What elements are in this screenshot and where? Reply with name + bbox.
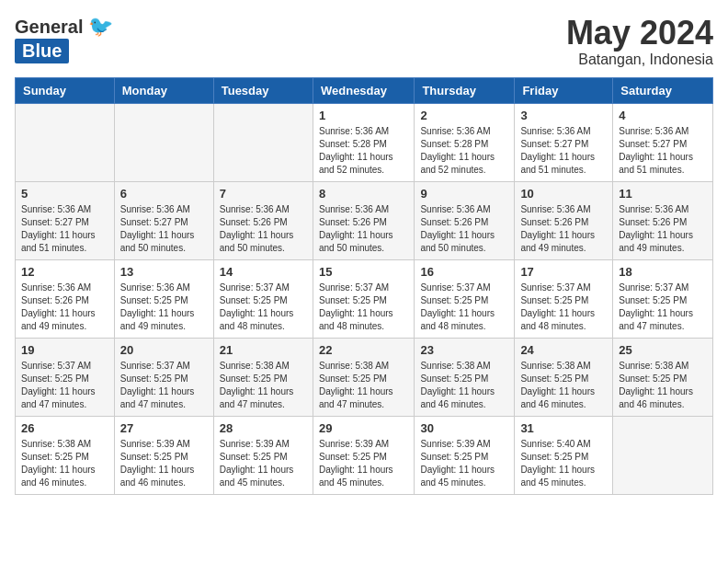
title-block: May 2024 Batangan, Indonesia xyxy=(566,15,713,68)
day-number: 12 xyxy=(21,265,108,279)
day-info: Sunrise: 5:38 AM Sunset: 5:25 PM Dayligh… xyxy=(21,438,108,489)
calendar-cell: 12Sunrise: 5:36 AM Sunset: 5:26 PM Dayli… xyxy=(16,259,115,338)
day-header: Sunday xyxy=(16,77,115,103)
day-info: Sunrise: 5:36 AM Sunset: 5:28 PM Dayligh… xyxy=(319,125,408,177)
calendar-week-row: 5Sunrise: 5:36 AM Sunset: 5:27 PM Daylig… xyxy=(16,181,713,259)
day-number: 18 xyxy=(619,265,707,279)
day-info: Sunrise: 5:39 AM Sunset: 5:25 PM Dayligh… xyxy=(420,438,508,489)
calendar-cell: 19Sunrise: 5:37 AM Sunset: 5:25 PM Dayli… xyxy=(16,338,115,416)
day-number: 20 xyxy=(120,343,208,357)
calendar-table: SundayMondayTuesdayWednesdayThursdayFrid… xyxy=(15,77,713,495)
day-number: 7 xyxy=(220,187,307,201)
calendar-week-row: 26Sunrise: 5:38 AM Sunset: 5:25 PM Dayli… xyxy=(16,416,713,494)
calendar-week-row: 19Sunrise: 5:37 AM Sunset: 5:25 PM Dayli… xyxy=(16,338,713,416)
day-info: Sunrise: 5:36 AM Sunset: 5:27 PM Dayligh… xyxy=(520,125,607,177)
day-info: Sunrise: 5:36 AM Sunset: 5:27 PM Dayligh… xyxy=(619,125,707,177)
day-info: Sunrise: 5:37 AM Sunset: 5:25 PM Dayligh… xyxy=(420,282,508,333)
day-info: Sunrise: 5:36 AM Sunset: 5:26 PM Dayligh… xyxy=(21,282,108,333)
day-info: Sunrise: 5:37 AM Sunset: 5:25 PM Dayligh… xyxy=(220,282,307,333)
day-number: 14 xyxy=(220,265,307,279)
day-info: Sunrise: 5:37 AM Sunset: 5:25 PM Dayligh… xyxy=(520,282,607,333)
day-info: Sunrise: 5:36 AM Sunset: 5:26 PM Dayligh… xyxy=(619,203,707,255)
day-header: Thursday xyxy=(415,77,515,103)
calendar-cell: 5Sunrise: 5:36 AM Sunset: 5:27 PM Daylig… xyxy=(16,181,115,259)
calendar-cell: 4Sunrise: 5:36 AM Sunset: 5:27 PM Daylig… xyxy=(613,103,713,181)
day-number: 4 xyxy=(619,109,707,122)
day-number: 5 xyxy=(21,187,108,201)
calendar-cell: 17Sunrise: 5:37 AM Sunset: 5:25 PM Dayli… xyxy=(515,259,613,338)
day-number: 11 xyxy=(619,187,707,201)
day-number: 16 xyxy=(420,265,508,279)
calendar-cell: 22Sunrise: 5:38 AM Sunset: 5:25 PM Dayli… xyxy=(313,338,414,416)
calendar-cell xyxy=(114,103,213,181)
calendar-week-row: 12Sunrise: 5:36 AM Sunset: 5:26 PM Dayli… xyxy=(16,259,713,338)
day-number: 10 xyxy=(520,187,607,201)
day-info: Sunrise: 5:40 AM Sunset: 5:25 PM Dayligh… xyxy=(520,438,607,489)
calendar-cell: 25Sunrise: 5:38 AM Sunset: 5:25 PM Dayli… xyxy=(613,338,713,416)
day-info: Sunrise: 5:38 AM Sunset: 5:25 PM Dayligh… xyxy=(520,360,607,411)
subtitle: Batangan, Indonesia xyxy=(566,52,713,68)
day-number: 19 xyxy=(21,343,108,357)
day-number: 29 xyxy=(319,421,408,435)
day-info: Sunrise: 5:39 AM Sunset: 5:25 PM Dayligh… xyxy=(120,438,208,489)
day-number: 24 xyxy=(520,343,607,357)
calendar-cell: 7Sunrise: 5:36 AM Sunset: 5:26 PM Daylig… xyxy=(213,181,313,259)
day-number: 21 xyxy=(220,343,307,357)
day-info: Sunrise: 5:37 AM Sunset: 5:25 PM Dayligh… xyxy=(120,360,208,411)
calendar-cell: 9Sunrise: 5:36 AM Sunset: 5:26 PM Daylig… xyxy=(415,181,515,259)
calendar-cell: 30Sunrise: 5:39 AM Sunset: 5:25 PM Dayli… xyxy=(415,416,515,494)
calendar-cell: 18Sunrise: 5:37 AM Sunset: 5:25 PM Dayli… xyxy=(613,259,713,338)
calendar-cell: 8Sunrise: 5:36 AM Sunset: 5:26 PM Daylig… xyxy=(313,181,414,259)
header-row: SundayMondayTuesdayWednesdayThursdayFrid… xyxy=(16,77,713,103)
day-number: 13 xyxy=(120,265,208,279)
calendar-cell: 15Sunrise: 5:37 AM Sunset: 5:25 PM Dayli… xyxy=(313,259,414,338)
main-title: May 2024 xyxy=(566,15,713,52)
day-number: 17 xyxy=(520,265,607,279)
day-info: Sunrise: 5:36 AM Sunset: 5:28 PM Dayligh… xyxy=(420,125,508,177)
calendar-cell: 16Sunrise: 5:37 AM Sunset: 5:25 PM Dayli… xyxy=(415,259,515,338)
calendar-cell: 31Sunrise: 5:40 AM Sunset: 5:25 PM Dayli… xyxy=(515,416,613,494)
calendar-cell: 13Sunrise: 5:36 AM Sunset: 5:25 PM Dayli… xyxy=(114,259,213,338)
day-info: Sunrise: 5:36 AM Sunset: 5:27 PM Dayligh… xyxy=(120,203,208,255)
day-info: Sunrise: 5:38 AM Sunset: 5:25 PM Dayligh… xyxy=(220,360,307,411)
day-number: 22 xyxy=(319,343,408,357)
calendar-cell xyxy=(213,103,313,181)
calendar-cell: 10Sunrise: 5:36 AM Sunset: 5:26 PM Dayli… xyxy=(515,181,613,259)
logo-general-text: General xyxy=(15,17,83,38)
day-number: 6 xyxy=(120,187,208,201)
day-header: Monday xyxy=(114,77,213,103)
day-header: Tuesday xyxy=(213,77,313,103)
calendar-cell: 14Sunrise: 5:37 AM Sunset: 5:25 PM Dayli… xyxy=(213,259,313,338)
calendar-cell: 3Sunrise: 5:36 AM Sunset: 5:27 PM Daylig… xyxy=(515,103,613,181)
day-header: Saturday xyxy=(613,77,713,103)
calendar-cell: 28Sunrise: 5:39 AM Sunset: 5:25 PM Dayli… xyxy=(213,416,313,494)
calendar-cell: 20Sunrise: 5:37 AM Sunset: 5:25 PM Dayli… xyxy=(114,338,213,416)
logo-blue-text: Blue xyxy=(15,39,69,63)
calendar-cell: 2Sunrise: 5:36 AM Sunset: 5:28 PM Daylig… xyxy=(415,103,515,181)
calendar-cell: 29Sunrise: 5:39 AM Sunset: 5:25 PM Dayli… xyxy=(313,416,414,494)
logo-bird-icon: 🐦 xyxy=(88,15,113,39)
day-number: 25 xyxy=(619,343,707,357)
day-number: 9 xyxy=(420,187,508,201)
day-number: 28 xyxy=(220,421,307,435)
day-info: Sunrise: 5:36 AM Sunset: 5:27 PM Dayligh… xyxy=(21,203,108,255)
calendar-cell: 27Sunrise: 5:39 AM Sunset: 5:25 PM Dayli… xyxy=(114,416,213,494)
calendar-cell: 1Sunrise: 5:36 AM Sunset: 5:28 PM Daylig… xyxy=(313,103,414,181)
day-number: 30 xyxy=(420,421,508,435)
day-number: 27 xyxy=(120,421,208,435)
page-header: General 🐦 Blue May 2024 Batangan, Indone… xyxy=(15,15,713,68)
calendar-cell: 11Sunrise: 5:36 AM Sunset: 5:26 PM Dayli… xyxy=(613,181,713,259)
calendar-cell: 23Sunrise: 5:38 AM Sunset: 5:25 PM Dayli… xyxy=(415,338,515,416)
day-info: Sunrise: 5:38 AM Sunset: 5:25 PM Dayligh… xyxy=(319,360,408,411)
day-number: 3 xyxy=(520,109,607,122)
calendar-cell: 24Sunrise: 5:38 AM Sunset: 5:25 PM Dayli… xyxy=(515,338,613,416)
day-number: 26 xyxy=(21,421,108,435)
day-info: Sunrise: 5:39 AM Sunset: 5:25 PM Dayligh… xyxy=(319,438,408,489)
day-header: Friday xyxy=(515,77,613,103)
day-number: 8 xyxy=(319,187,408,201)
day-number: 2 xyxy=(420,109,508,122)
day-info: Sunrise: 5:36 AM Sunset: 5:26 PM Dayligh… xyxy=(319,203,408,255)
calendar-cell: 21Sunrise: 5:38 AM Sunset: 5:25 PM Dayli… xyxy=(213,338,313,416)
calendar-cell xyxy=(16,103,115,181)
calendar-week-row: 1Sunrise: 5:36 AM Sunset: 5:28 PM Daylig… xyxy=(16,103,713,181)
